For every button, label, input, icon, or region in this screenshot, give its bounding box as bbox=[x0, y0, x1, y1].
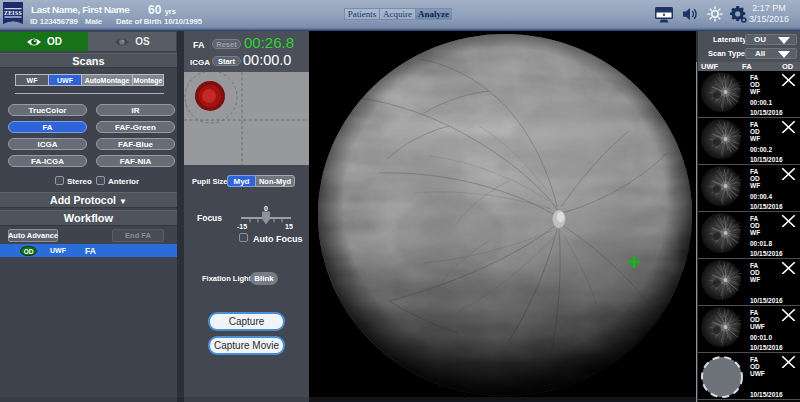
svg-text:ZEISS: ZEISS bbox=[4, 10, 22, 16]
svg-text:0: 0 bbox=[264, 205, 268, 212]
svg-text:15: 15 bbox=[285, 223, 293, 230]
svg-text:OD: OD bbox=[24, 247, 34, 254]
svg-text:-15: -15 bbox=[237, 223, 247, 230]
